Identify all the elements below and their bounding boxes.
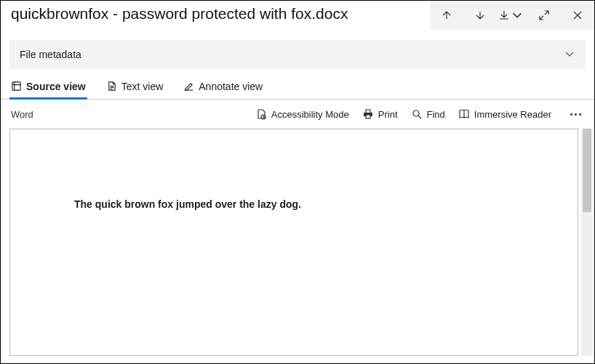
button-label: Immersive Reader xyxy=(474,109,551,120)
button-label: Accessibility Mode xyxy=(271,109,349,120)
next-button[interactable] xyxy=(463,1,497,30)
arrow-up-icon xyxy=(441,9,452,21)
dot-icon xyxy=(570,113,572,116)
button-label: Print xyxy=(378,109,398,120)
file-metadata-label: File metadata xyxy=(20,49,81,60)
immersive-reader-button[interactable]: Immersive Reader xyxy=(458,108,551,120)
expand-button[interactable] xyxy=(527,1,561,30)
chevron-down-icon xyxy=(564,48,575,62)
source-view-icon xyxy=(11,81,22,92)
document-toolbar: Word Accessibility Mode Print Find Immer… xyxy=(1,100,594,129)
window-title: quickbrownfox - password protected with … xyxy=(1,1,430,30)
dot-icon xyxy=(575,113,577,116)
scrollbar-thumb[interactable] xyxy=(583,129,591,212)
prev-button[interactable] xyxy=(430,1,463,30)
document-viewport: The quick brown fox jumped over the lazy… xyxy=(1,129,594,363)
tab-label: Source view xyxy=(26,81,86,92)
tab-source-view[interactable]: Source view xyxy=(11,79,86,99)
file-metadata-panel[interactable]: File metadata xyxy=(9,40,586,69)
view-tabs: Source view Text view Annotate view xyxy=(1,69,594,100)
arrow-down-icon xyxy=(474,9,486,21)
tab-label: Annotate view xyxy=(199,81,263,92)
tab-label: Text view xyxy=(121,81,164,92)
app-type-label: Word xyxy=(11,109,33,120)
download-button[interactable] xyxy=(497,1,527,30)
find-button[interactable]: Find xyxy=(411,108,445,120)
print-icon xyxy=(362,108,374,120)
accessibility-mode-button[interactable]: Accessibility Mode xyxy=(255,108,349,120)
close-button[interactable] xyxy=(561,1,594,30)
svg-rect-3 xyxy=(366,115,370,118)
search-icon xyxy=(411,108,423,120)
toolbar-actions: Accessibility Mode Print Find Immersive … xyxy=(255,108,587,120)
accessibility-icon xyxy=(255,108,267,120)
title-bar: quickbrownfox - password protected with … xyxy=(1,1,594,30)
svg-rect-0 xyxy=(12,82,20,90)
expand-icon xyxy=(538,9,550,21)
tab-text-view[interactable]: Text view xyxy=(106,79,164,99)
annotate-view-icon xyxy=(183,81,194,92)
close-icon xyxy=(572,9,583,21)
svg-point-4 xyxy=(413,110,419,116)
document-page: The quick brown fox jumped over the lazy… xyxy=(9,129,578,356)
text-view-icon xyxy=(106,81,117,92)
title-controls xyxy=(430,1,594,30)
vertical-scrollbar[interactable] xyxy=(581,129,593,356)
button-label: Find xyxy=(427,109,445,120)
download-icon xyxy=(498,9,510,21)
print-button[interactable]: Print xyxy=(362,108,398,120)
more-options-button[interactable] xyxy=(564,110,587,118)
chevron-down-icon xyxy=(511,9,523,21)
dot-icon xyxy=(579,113,581,116)
document-body-text: The quick brown fox jumped over the lazy… xyxy=(74,198,301,210)
book-icon xyxy=(458,108,470,120)
tab-annotate-view[interactable]: Annotate view xyxy=(183,79,263,99)
